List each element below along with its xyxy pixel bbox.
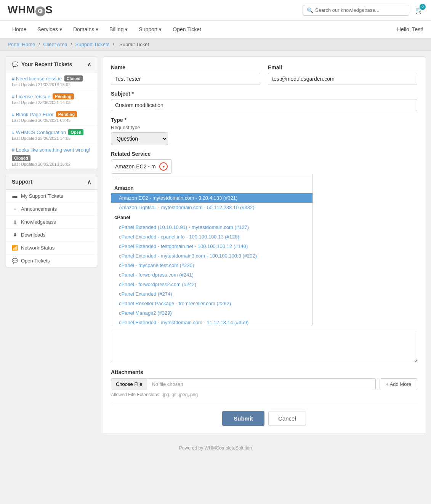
name-input[interactable] [111,73,260,85]
main-content: Name Email Subject * Type * Request type… [103,56,425,434]
dropdown-item[interactable]: cPanel Extended - cpanel.info - 100.100.… [111,232,312,242]
breadcrumb-support-tickets[interactable]: Support Tickets [75,42,110,47]
nav-billing[interactable]: Billing ▾ [105,21,132,38]
chevron-down-icon: ▾ [159,162,168,171]
info-icon: ℹ [12,219,18,225]
sidebar-item-announcements[interactable]: ≡ Announcements [6,203,97,216]
sidebar-label-network-status: Network Status [21,245,54,251]
group-amazon: Amazon [111,183,312,193]
sidebar-item-open-tickets[interactable]: 💬 Open Tickets [6,254,97,267]
service-select-display[interactable]: Amazon EC2 - m ▾ [111,159,172,174]
subject-input[interactable] [111,99,417,111]
related-service-section: Related Service Amazon EC2 - m ▾ [111,151,417,174]
ticket-5-title[interactable]: # Looks like something went wrong! [12,147,90,153]
choose-file-button[interactable]: Choose File [111,379,147,390]
dropdown-item[interactable]: Amazon Lightsail - mytestdomain.com - 50… [111,203,312,212]
email-input[interactable] [268,73,417,85]
ticket-2-badge: Pending [53,93,74,99]
message-textarea[interactable] [111,332,417,362]
search-icon: 🔍 [307,7,313,13]
ticket-4-title[interactable]: # WHMCS Configuration [12,130,66,135]
wifi-icon: 📶 [12,245,18,251]
dropdown-item[interactable]: cPanel Extended (#274) [111,289,312,299]
cart-badge: 0 [420,4,426,10]
no-file-label: No file chosen [147,379,187,390]
nav-home[interactable]: Home [8,21,31,38]
ticket-list-icon: ▬ [12,193,18,199]
dropdown-item[interactable]: cPanel Extended - testdomain.net - 100.1… [111,242,312,251]
sidebar-label-my-tickets: My Support Tickets [21,193,63,199]
related-service-label: Related Service [111,151,417,157]
breadcrumb-current: Submit Ticket [119,42,149,47]
dropdown-item[interactable]: cPanel - mycpaneltest.com (#230) [111,261,312,270]
ticket-2-title[interactable]: # License reissue [12,94,50,99]
type-select[interactable]: Question Technical Support Billing Other [111,132,168,145]
main-layout: 💬 Your Recent Tickets ∧ # Need license r… [0,51,431,440]
dropdown-item[interactable]: cPanel - forwordpress.com (#241) [111,270,312,280]
allowed-extensions: Allowed File Extensions: .jpg,.gif,.jpeg… [111,392,417,397]
nav-domains[interactable]: Domains ▾ [69,21,103,38]
attachments-section: Attachments Choose File No file chosen +… [111,369,417,397]
name-group: Name [111,64,260,85]
file-input-wrap: Choose File No file chosen [111,378,376,390]
user-greeting[interactable]: Hello, Test! [397,21,423,38]
support-title: Support [12,179,32,185]
gear-icon: ⚙ [35,6,45,16]
search-box[interactable]: 🔍 [303,5,409,16]
powered-by-text: Powered by WHMCompleteSolution [179,445,252,451]
sidebar-item-knowledgebase[interactable]: ℹ Knowledgebase [6,216,97,229]
ticket-4-badge: Open [68,129,83,135]
dropdown-item[interactable]: cPanel Reseller Package - fromreseller.c… [111,299,312,308]
sidebar: 💬 Your Recent Tickets ∧ # Need license r… [6,56,97,434]
collapse-support-icon[interactable]: ∧ [87,179,91,185]
dropdown-separator: --- [111,174,312,183]
ticket-5-date: Last Updated 20/02/2018 16:02 [12,162,91,166]
sidebar-item-my-support-tickets[interactable]: ▬ My Support Tickets [6,190,97,203]
ticket-item: # License reissue Pending Last Updated 2… [6,90,97,108]
ticket-1-title[interactable]: # Need license reissue [12,76,62,82]
request-type-label: Request type [111,125,417,130]
ticket-1-date: Last Updated 21/02/2018 15:02 [12,82,91,87]
tickets-icon: 💬 [12,61,18,67]
footer: Powered by WHMCompleteSolution [0,445,431,458]
sidebar-label-downloads: Downloads [21,232,45,238]
sidebar-label-open-tickets: Open Tickets [21,258,50,264]
dropdown-item[interactable]: cPanel - forwordpress2.com (#242) [111,280,312,289]
ticket-3-badge: Pending [56,111,77,117]
ticket-item: # Looks like something went wrong! Close… [6,144,97,170]
announcements-icon: ≡ [12,206,18,212]
subject-group: Subject * [111,91,417,111]
header-right: 🔍 🛒 0 [303,5,423,16]
ticket-item: # Blank Page Error Pending Last Updated … [6,108,97,126]
service-dropdown-list[interactable]: --- Amazon Amazon EC2 - mytestdomain.com… [111,174,313,326]
recent-tickets-section: 💬 Your Recent Tickets ∧ # Need license r… [6,56,97,170]
ticket-3-title[interactable]: # Blank Page Error [12,112,54,117]
dropdown-item[interactable]: cPanel Extended - mytestdomain3.com - 10… [111,251,312,261]
nav: Home Services ▾ Domains ▾ Billing ▾ Supp… [0,21,431,38]
cancel-button[interactable]: Cancel [268,411,306,426]
email-group: Email [268,64,417,85]
dropdown-item[interactable]: cPanel Extended - mytestdomain.com - 11.… [111,318,312,326]
nav-open-ticket[interactable]: Open Ticket [168,21,206,38]
submit-row: Submit Cancel [111,405,417,426]
breadcrumb-client-area[interactable]: Client Area [43,42,67,47]
nav-services[interactable]: Services ▾ [33,21,67,38]
dropdown-item[interactable]: Amazon EC2 - mytestdomain.com - 3.20.4.1… [111,193,312,203]
ticket-3-date: Last Updated 30/06/2021 09:45 [12,118,91,123]
breadcrumb-portal-home[interactable]: Portal Home [8,42,35,47]
group-cpanel: cPanel [111,212,312,222]
ticket-4-date: Last Updated 23/06/2021 14:05 [12,136,91,141]
search-input[interactable] [315,7,405,13]
header: WHM⚙S 🔍 🛒 0 [0,0,431,21]
sidebar-item-downloads[interactable]: ⬇ Downloads [6,229,97,242]
dropdown-item[interactable]: cPanel Extended (10.10.10.91) - mytestdo… [111,222,312,232]
nav-support[interactable]: Support ▾ [134,21,166,38]
collapse-tickets-icon[interactable]: ∧ [87,61,91,67]
cart-icon[interactable]: 🛒 0 [415,6,423,14]
sidebar-item-network-status[interactable]: 📶 Network Status [6,242,97,254]
dropdown-item[interactable]: cPanel Manage2 (#329) [111,308,312,318]
add-more-button[interactable]: + Add More [380,378,417,390]
ticket-item: # Need license reissue Closed Last Updat… [6,72,97,90]
name-email-row: Name Email [111,64,417,85]
submit-button[interactable]: Submit [222,411,264,426]
